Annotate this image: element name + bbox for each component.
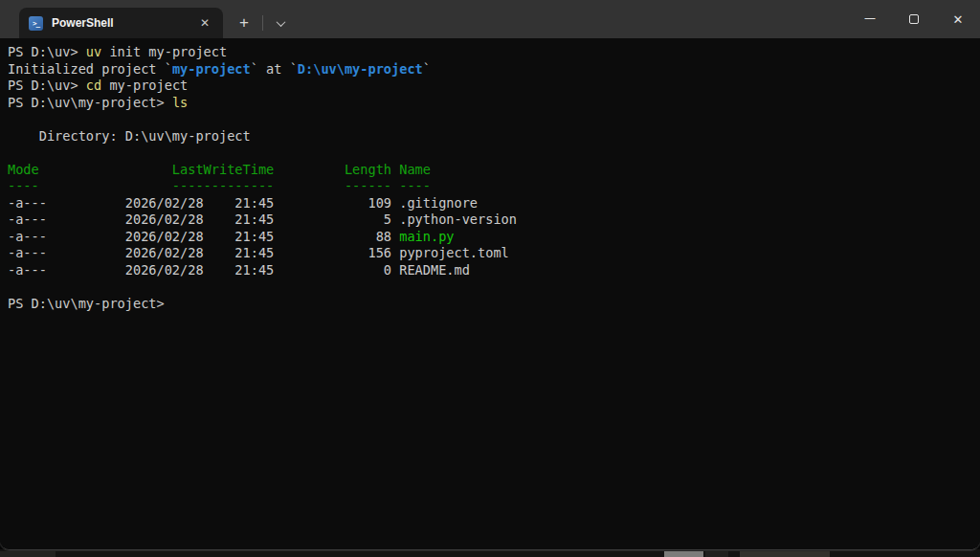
minimize-icon: — [864, 11, 876, 25]
terminal-line: -a--- 2026/02/28 21:45 5 .python-version [8, 212, 972, 229]
terminal-line: ---- ------------- ------ ---- [8, 178, 972, 195]
terminal-text-segment: main.py [399, 229, 454, 244]
terminal-text-segment: ---- ------------- ------ ---- [8, 178, 431, 193]
terminal-text-segment: Initialized project ` [8, 61, 172, 77]
tab-dropdown-button[interactable] [266, 8, 295, 38]
terminal-text-segment: PS D:\uv> [8, 78, 86, 93]
terminal-text-segment: init my-project [101, 44, 227, 59]
minimize-button[interactable]: — [848, 0, 892, 38]
window-controls: — ✕ [848, 0, 980, 38]
maximize-button[interactable] [892, 0, 936, 38]
terminal-line: Initialized project `my-project` at `D:\… [8, 61, 972, 78]
terminal-line [8, 145, 972, 162]
taskbar-sliver-segment [0, 551, 56, 557]
taskbar-sliver [0, 549, 980, 557]
terminal-window: >_ PowerShell ✕ + — ✕ PS D:\uv> uv init … [0, 0, 980, 550]
plus-icon: + [239, 13, 249, 33]
terminal-line: -a--- 2026/02/28 21:45 156 pyproject.tom… [8, 245, 972, 262]
powershell-icon: >_ [29, 16, 43, 31]
terminal-text-segment: cd [86, 78, 101, 93]
tab-bar-divider [262, 15, 263, 31]
terminal-line: -a--- 2026/02/28 21:45 109 .gitignore [8, 195, 972, 212]
taskbar-sliver-segment [664, 551, 703, 557]
terminal-text-segment: ls [172, 95, 188, 110]
terminal-line: Mode LastWriteTime Length Name [8, 162, 972, 179]
terminal-line: PS D:\uv\my-project> ls [8, 95, 972, 112]
close-icon: ✕ [200, 16, 210, 30]
terminal-line: Directory: D:\uv\my-project [8, 128, 972, 145]
terminal-text-segment: -a--- 2026/02/28 21:45 5 .python-version [8, 212, 517, 227]
tab-close-button[interactable]: ✕ [192, 11, 217, 34]
close-icon: ✕ [953, 12, 964, 27]
chevron-down-icon [276, 17, 285, 27]
new-tab-button[interactable]: + [229, 8, 259, 38]
terminal-line: -a--- 2026/02/28 21:45 88 main.py [8, 229, 972, 246]
terminal-text-segment: -a--- 2026/02/28 21:45 0 README.md [8, 262, 470, 278]
taskbar-sliver-segment [705, 551, 728, 557]
terminal-text-segment: my-project [101, 78, 188, 93]
terminal-content[interactable]: PS D:\uv> uv init my-projectInitialized … [0, 38, 980, 550]
tab-title: PowerShell [52, 16, 192, 30]
terminal-text-segment: my-project [172, 61, 251, 77]
terminal-text-segment: PS D:\uv\my-project> [8, 296, 165, 311]
taskbar-sliver-segment [740, 551, 830, 557]
terminal-text-segment: Mode LastWriteTime Length Name [8, 162, 431, 177]
terminal-text-segment: -a--- 2026/02/28 21:45 109 .gitignore [8, 195, 478, 211]
terminal-text-segment: PS D:\uv\my-project> [8, 95, 172, 110]
terminal-text-segment: D:\uv\my-project [298, 61, 423, 77]
terminal-line [8, 278, 972, 296]
terminal-text-segment: uv [86, 44, 101, 59]
terminal-line: PS D:\uv> cd my-project [8, 78, 972, 95]
terminal-line [8, 111, 972, 128]
terminal-text-segment: ` at ` [251, 61, 298, 77]
terminal-line: PS D:\uv> uv init my-project [8, 44, 972, 61]
terminal-text-segment: ` [423, 61, 431, 77]
terminal-text-segment: PS D:\uv> [8, 44, 86, 59]
close-button[interactable]: ✕ [936, 0, 980, 38]
titlebar: >_ PowerShell ✕ + — ✕ [0, 0, 980, 38]
terminal-line: PS D:\uv\my-project> [8, 296, 972, 313]
tab-powershell[interactable]: >_ PowerShell ✕ [19, 8, 223, 38]
maximize-icon [909, 14, 919, 24]
terminal-text-segment: Directory: D:\uv\my-project [8, 128, 251, 144]
terminal-line: -a--- 2026/02/28 21:45 0 README.md [8, 262, 972, 279]
terminal-text-segment: -a--- 2026/02/28 21:45 156 pyproject.tom… [8, 245, 509, 260]
terminal-text-segment: -a--- 2026/02/28 21:45 88 [8, 229, 399, 244]
